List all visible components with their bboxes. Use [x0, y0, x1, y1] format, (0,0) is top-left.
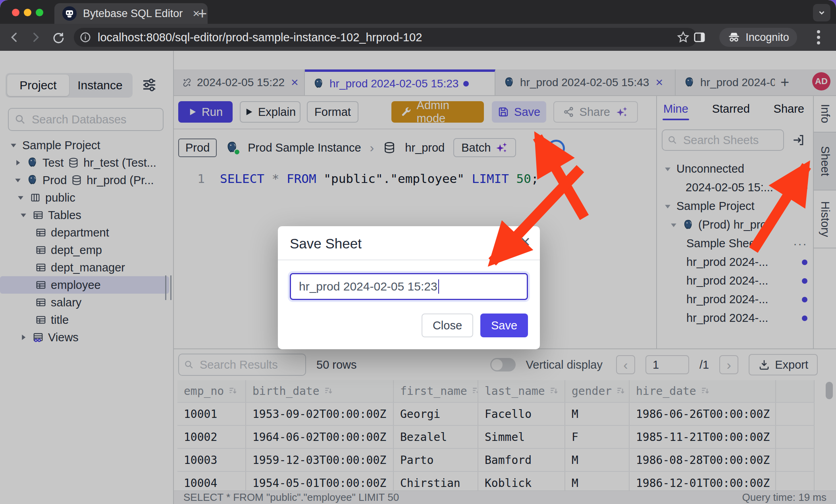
site-info-icon[interactable] [79, 31, 91, 43]
bytebase-favicon-icon [62, 6, 77, 21]
window-close-button[interactable] [12, 9, 19, 16]
text-cursor [438, 279, 439, 294]
save-sheet-dialog: Save Sheet × hr_prod 2024-02-05 15:23 Cl… [278, 226, 540, 349]
dialog-header: Save Sheet × [278, 226, 540, 260]
sheet-name-input[interactable]: hr_prod 2024-02-05 15:23 [290, 273, 528, 300]
incognito-icon [727, 31, 741, 44]
window-minimize-button[interactable] [24, 9, 31, 16]
bookmark-star-icon[interactable] [676, 31, 690, 44]
dialog-actions: Close Save [422, 314, 528, 337]
dialog-close-button[interactable]: Close [422, 314, 473, 337]
dialog-close-icon[interactable]: × [520, 232, 530, 252]
browser-tab[interactable]: Bytebase SQL Editor × [54, 3, 208, 24]
incognito-badge: Incognito [719, 28, 797, 47]
window-zoom-button[interactable] [36, 9, 43, 16]
dialog-save-button[interactable]: Save [480, 314, 528, 337]
browser-chrome: Bytebase SQL Editor × + localhost:8080/s… [0, 0, 836, 51]
url-bar[interactable]: localhost:8080/sql-editor/prod-sample-in… [74, 28, 697, 47]
back-button[interactable] [6, 29, 22, 45]
forward-button[interactable] [28, 29, 44, 45]
dialog-title: Save Sheet [290, 236, 362, 252]
tab-list-chevron-button[interactable] [813, 4, 830, 21]
reload-button[interactable] [50, 29, 66, 45]
side-panel-icon[interactable] [692, 29, 707, 45]
url-text: localhost:8080/sql-editor/prod-sample-in… [98, 31, 670, 44]
new-tab-button[interactable]: + [198, 5, 207, 23]
browser-menu-icon[interactable] [817, 30, 820, 33]
browser-tab-title: Bytebase SQL Editor [83, 8, 186, 20]
browser-window: Bytebase SQL Editor × + localhost:8080/s… [0, 0, 836, 504]
